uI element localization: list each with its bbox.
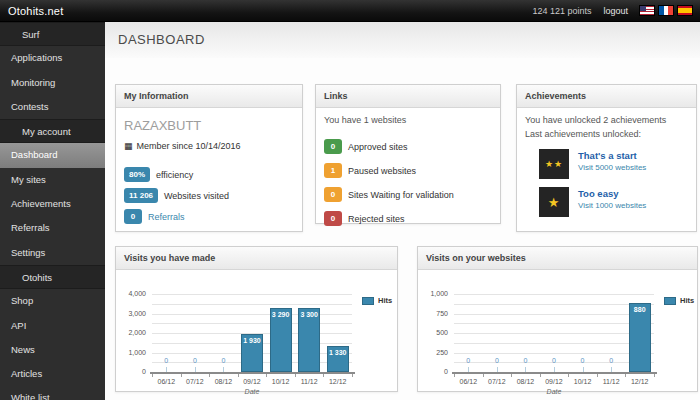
- visits-received-chart-panel: Visits on your websites 02505007501,0000…: [417, 246, 698, 392]
- gridline: [454, 304, 654, 305]
- sidebar-item-monitoring[interactable]: Monitoring: [0, 71, 105, 95]
- link-label-approved-sites: Approved sites: [348, 142, 408, 152]
- sidebar-item-dashboard[interactable]: Dashboard: [0, 143, 105, 167]
- stat-badge-referrals: 0: [124, 209, 142, 224]
- stat-badge-efficiency: 80%: [124, 167, 150, 182]
- achievement-desc-too-easy: Visit 1000 websites: [578, 201, 646, 210]
- axis-tick: [352, 374, 353, 377]
- axis-tick: [483, 374, 484, 377]
- page-title: DASHBOARD: [105, 22, 700, 58]
- axis-tick: [323, 374, 324, 377]
- language-switcher: [640, 6, 692, 15]
- achievement-too-easy: ★Too easyVisit 1000 websites: [539, 187, 688, 217]
- my-information-panel: My Information RAZAXBUTT ▦ Member since …: [115, 84, 303, 232]
- link-row-rejected-sites: 0Rejected sites: [324, 211, 492, 226]
- sidebar-item-shop[interactable]: Shop: [0, 289, 105, 313]
- sidebar-item-news[interactable]: News: [0, 338, 105, 362]
- achievement-stars-icon: ★★: [539, 149, 569, 179]
- sidebar-item-referrals[interactable]: Referrals: [0, 216, 105, 240]
- sidebar-item-api[interactable]: API: [0, 314, 105, 338]
- x-axis-title: Date: [454, 388, 654, 395]
- bar-value-label: 3 300: [299, 309, 319, 318]
- axis-tick: [181, 374, 182, 377]
- sidebar-item-settings[interactable]: Settings: [0, 241, 105, 265]
- axis-tick: [625, 374, 626, 377]
- gridline: [454, 314, 654, 315]
- bar-value-label: 1 930: [242, 335, 262, 344]
- zero-tick: [525, 367, 526, 372]
- zero-tick: [497, 367, 498, 372]
- es-flag-icon[interactable]: [678, 6, 692, 15]
- username: RAZAXBUTT: [124, 118, 294, 133]
- sidebar-item-otohits[interactable]: Otohits: [0, 265, 105, 289]
- chart-legend-hits[interactable]: Hits: [362, 296, 392, 305]
- topbar: Otohits.net 124 121 points logout: [0, 0, 700, 22]
- sidebar-item-contests[interactable]: Contests: [0, 95, 105, 119]
- zero-value-label: 0: [213, 357, 233, 364]
- sidebar-item-my-sites[interactable]: My sites: [0, 168, 105, 192]
- link-label-sites-waiting-for-validation: Sites Waiting for validation: [348, 190, 454, 200]
- sidebar-item-articles[interactable]: Articles: [0, 362, 105, 386]
- achievement-title-that-s-a-start[interactable]: That's a start: [578, 150, 646, 161]
- gridline: [454, 333, 654, 334]
- zero-tick: [468, 367, 469, 372]
- gridline: [454, 323, 654, 324]
- logout-link[interactable]: logout: [603, 6, 628, 16]
- link-count-rejected-sites: 0: [324, 211, 342, 226]
- sidebar-item-applications[interactable]: Applications: [0, 46, 105, 70]
- legend-swatch-icon: [664, 297, 676, 305]
- stat-badge-websites-visited: 11 206: [124, 188, 158, 203]
- link-row-approved-sites: 0Approved sites: [324, 139, 492, 154]
- bar-value-label: 3 290: [271, 309, 291, 318]
- sidebar-item-my-account[interactable]: My account: [0, 119, 105, 143]
- achievement-title-too-easy[interactable]: Too easy: [578, 188, 646, 199]
- bar-10/12: 3 290: [270, 308, 292, 372]
- link-count-sites-waiting-for-validation: 0: [324, 187, 342, 202]
- links-panel: Links You have 1 websites 0Approved site…: [315, 84, 501, 224]
- sidebar-item-white-list[interactable]: White list: [0, 386, 105, 400]
- achievements-panel-title: Achievements: [517, 85, 696, 108]
- link-row-paused-websites: 1Paused websites: [324, 163, 492, 178]
- us-flag-icon[interactable]: [640, 6, 654, 15]
- link-row-sites-waiting-for-validation: 0Sites Waiting for validation: [324, 187, 492, 202]
- axis-tick: [238, 374, 239, 377]
- brand-logo[interactable]: Otohits.net: [8, 5, 63, 17]
- axis-tick: [152, 374, 153, 377]
- achievement-stars-icon: ★: [539, 187, 569, 217]
- visits-received-chart-title: Visits on your websites: [418, 247, 697, 270]
- stat-label-referrals[interactable]: Referrals: [148, 212, 185, 222]
- member-since-icon: ▦: [124, 142, 133, 151]
- achievement-text: That's a startVisit 5000 websites: [578, 149, 646, 172]
- visits-made-chart: 01,0002,0003,0004,000006/12007/12008/121…: [116, 270, 397, 391]
- links-list: 0Approved sites1Paused websites0Sites Wa…: [324, 139, 492, 226]
- achievements-panel: Achievements You have unlocked 2 achieve…: [516, 84, 697, 232]
- stat-label-efficiency: efficiency: [156, 170, 193, 180]
- y-axis-label: 1,000: [418, 290, 448, 297]
- zero-value-label: 0: [156, 357, 176, 364]
- x-axis-label: 12/12: [622, 378, 657, 385]
- gridline: [152, 314, 352, 315]
- chart-legend-hits[interactable]: Hits: [664, 296, 694, 305]
- fr-flag-icon[interactable]: [659, 6, 673, 15]
- sidebar-item-achievements[interactable]: Achievements: [0, 192, 105, 216]
- zero-tick: [166, 367, 167, 372]
- stat-row-referrals: 0Referrals: [124, 209, 294, 224]
- member-since-text: Member since 10/14/2016: [137, 141, 241, 151]
- zero-value-label: 0: [487, 357, 507, 364]
- zero-tick: [223, 367, 224, 372]
- visits-made-chart-title: Visits you have made: [116, 247, 397, 270]
- stat-row-efficiency: 80%efficiency: [124, 167, 294, 182]
- my-information-panel-title: My Information: [116, 85, 302, 108]
- zero-tick: [583, 367, 584, 372]
- achievements-subtitle: Last achievements unlocked:: [525, 129, 688, 139]
- axis-tick: [266, 374, 267, 377]
- stat-row-websites-visited: 11 206Websites visited: [124, 188, 294, 203]
- sidebar-item-surf[interactable]: Surf: [0, 22, 105, 46]
- bar-value-label: 880: [630, 304, 650, 313]
- visits-made-chart-panel: Visits you have made 01,0002,0003,0004,0…: [115, 246, 398, 392]
- zero-value-label: 0: [573, 357, 593, 364]
- stat-label-websites-visited: Websites visited: [164, 191, 229, 201]
- achievement-desc-that-s-a-start: Visit 5000 websites: [578, 163, 646, 172]
- zero-tick: [554, 367, 555, 372]
- legend-label: Hits: [378, 296, 392, 305]
